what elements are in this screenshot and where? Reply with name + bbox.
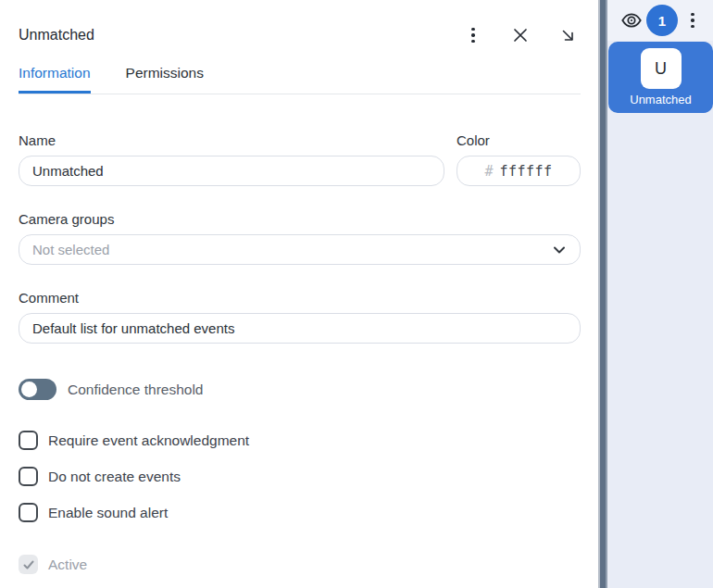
color-hash-prefix: #	[484, 163, 493, 180]
color-field-label: Color	[457, 132, 581, 148]
require-acknowledgment-label: Require event acknowledgment	[48, 432, 249, 449]
more-options-button[interactable]	[462, 24, 484, 46]
check-icon	[22, 558, 35, 571]
camera-groups-group: Camera groups Not selected	[19, 211, 581, 265]
no-create-events-checkbox[interactable]	[19, 467, 38, 486]
camera-groups-label: Camera groups	[19, 211, 581, 227]
kebab-menu-icon	[471, 28, 475, 44]
page-title: Unmatched	[19, 27, 94, 44]
header-actions	[462, 24, 579, 46]
name-color-row: Name Color # ffffff	[19, 132, 581, 186]
list-item-unmatched[interactable]: U Unmatched	[608, 42, 713, 113]
name-field-label: Name	[19, 132, 444, 148]
camera-groups-select[interactable]: Not selected	[19, 234, 581, 265]
visibility-button[interactable]	[620, 9, 643, 31]
color-input[interactable]: # ffffff	[457, 156, 581, 186]
tab-bar: Information Permissions	[19, 65, 581, 94]
arrow-down-right-icon	[560, 28, 576, 44]
active-label: Active	[48, 557, 87, 573]
sound-alert-row: Enable sound alert	[19, 503, 581, 522]
panel-header: Unmatched	[19, 24, 581, 46]
color-hex-value: ffffff	[499, 163, 552, 180]
sidebar-toolbar: 1	[607, 0, 713, 41]
active-row: Active	[19, 555, 581, 574]
comment-group: Comment	[19, 290, 581, 344]
sound-alert-checkbox[interactable]	[19, 503, 38, 522]
list-item-label: Unmatched	[630, 93, 691, 106]
app-window: Unmatched Information	[0, 0, 713, 588]
sound-alert-label: Enable sound alert	[48, 505, 168, 521]
sidebar-more-button[interactable]	[682, 9, 704, 31]
require-acknowledgment-checkbox[interactable]	[19, 431, 38, 450]
confidence-threshold-toggle[interactable]	[19, 379, 56, 400]
count-badge[interactable]: 1	[646, 5, 678, 36]
tab-permissions[interactable]: Permissions	[126, 65, 204, 94]
close-icon	[512, 27, 529, 44]
tab-information[interactable]: Information	[19, 65, 91, 94]
panel-scrollbar[interactable]	[598, 0, 607, 588]
watchlists-sidebar: 1 U Unmatched	[607, 0, 713, 588]
comment-input[interactable]	[19, 313, 581, 344]
list-avatar: U	[641, 48, 682, 89]
watchlist-settings-panel: Unmatched Information	[0, 0, 598, 588]
confidence-threshold-row: Confidence threshold	[19, 379, 581, 400]
name-input[interactable]	[19, 156, 444, 186]
eye-icon	[620, 10, 643, 31]
kebab-menu-icon	[691, 13, 694, 29]
require-acknowledgment-row: Require event acknowledgment	[19, 431, 581, 450]
confidence-threshold-label: Confidence threshold	[68, 382, 204, 398]
checkbox-list: Require event acknowledgment Do not crea…	[19, 431, 581, 522]
active-checkbox	[19, 555, 38, 574]
no-create-events-row: Do not create events	[19, 467, 581, 486]
toggle-knob	[21, 382, 37, 397]
comment-label: Comment	[19, 290, 581, 306]
close-button[interactable]	[509, 24, 532, 46]
no-create-events-label: Do not create events	[48, 469, 181, 485]
expand-button[interactable]	[557, 24, 579, 46]
